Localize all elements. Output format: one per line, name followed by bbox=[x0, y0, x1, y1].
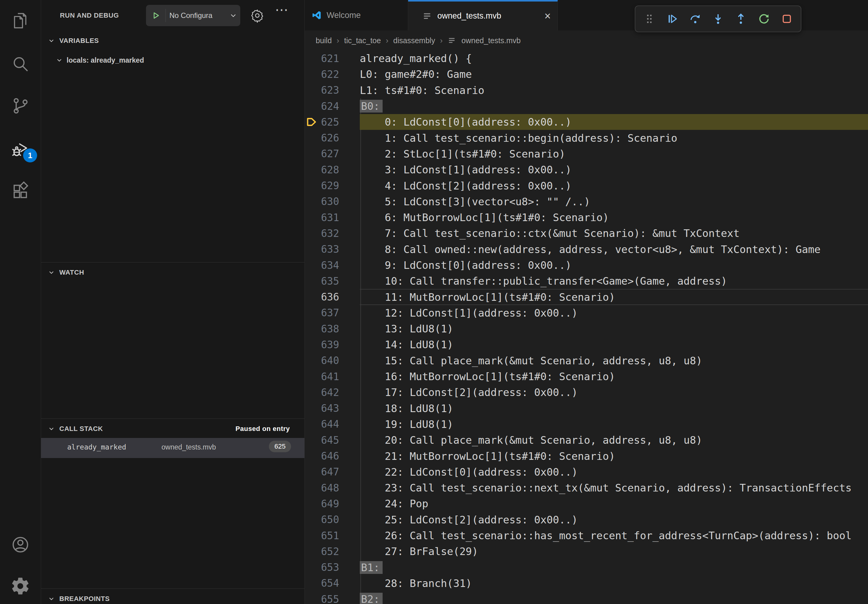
code-line[interactable]: 64116: MutBorrowLoc[1](ts#1#0: Scenario) bbox=[305, 369, 868, 384]
line-content: 26: Call test_scenario::has_most_recent_… bbox=[360, 528, 868, 544]
variables-locals-scope[interactable]: locals: already_marked bbox=[41, 51, 304, 70]
line-number: 646 bbox=[305, 450, 339, 462]
tab-label: owned_tests.mvb bbox=[437, 11, 501, 21]
code-line[interactable]: 64722: LdConst[0](address: 0x00..) bbox=[305, 464, 868, 480]
code-line[interactable]: 64419: LdU8(1) bbox=[305, 417, 868, 432]
call-stack-section-header[interactable]: CALL STACK Paused on entry bbox=[41, 419, 304, 438]
code-editor[interactable]: 621already_marked() {622L0: game#2#0: Ga… bbox=[305, 51, 868, 604]
code-line[interactable]: 621already_marked() { bbox=[305, 51, 868, 66]
breadcrumb-item[interactable]: disassembly bbox=[393, 36, 435, 45]
breadcrumb-item[interactable]: build bbox=[316, 36, 332, 45]
code-text: 4: LdConst[2](address: 0x00..) bbox=[360, 180, 572, 192]
code-line[interactable]: 623L1: ts#1#0: Scenario bbox=[305, 82, 868, 98]
code-line[interactable]: 64318: LdU8(1) bbox=[305, 401, 868, 417]
code-line[interactable]: 63813: LdU8(1) bbox=[305, 321, 868, 337]
code-line[interactable]: 64520: Call place_mark(&mut Scenario, ad… bbox=[305, 432, 868, 448]
code-text: 0: LdConst[0](address: 0x00..) bbox=[360, 116, 572, 128]
line-content: 23: Call test_scenario::next_tx(&mut Sce… bbox=[360, 480, 868, 496]
code-text: L1: ts#1#0: Scenario bbox=[360, 84, 484, 96]
code-line[interactable]: 64924: Pop bbox=[305, 496, 868, 511]
variables-section-header[interactable]: VARIABLES bbox=[41, 31, 304, 51]
code-line[interactable]: 64217: LdConst[2](address: 0x00..) bbox=[305, 384, 868, 400]
launch-configuration-dropdown[interactable]: No Configura bbox=[146, 5, 240, 26]
code-line[interactable]: 6272: StLoc[1](ts#1#0: Scenario) bbox=[305, 146, 868, 162]
code-line[interactable]: 64015: Call place_mark(&mut Scenario, ad… bbox=[305, 353, 868, 369]
code-line[interactable]: 622L0: game#2#0: Game bbox=[305, 66, 868, 82]
code-line[interactable]: 65025: LdConst[2](address: 0x00..) bbox=[305, 512, 868, 528]
line-content: 18: LdU8(1) bbox=[360, 401, 868, 417]
activity-bar: 1 bbox=[0, 0, 41, 604]
code-line[interactable]: 6349: LdConst[0](address: 0x00..) bbox=[305, 257, 868, 273]
code-line[interactable]: 6327: Call test_scenario::ctx(&mut Scena… bbox=[305, 225, 868, 241]
code-line[interactable]: 655B2: bbox=[305, 591, 868, 604]
code-text: 13: LdU8(1) bbox=[360, 323, 453, 335]
line-number: 622 bbox=[305, 68, 339, 80]
step-out-button[interactable] bbox=[731, 8, 750, 30]
chevron-down-icon bbox=[229, 11, 240, 20]
code-text: 24: Pop bbox=[360, 497, 428, 510]
code-text: 7: Call test_scenario::ctx(&mut Scenario… bbox=[360, 227, 740, 239]
code-text: 28: Branch(31) bbox=[360, 577, 472, 589]
activity-item-run-and-debug[interactable]: 1 bbox=[0, 132, 41, 166]
start-debugging-icon[interactable] bbox=[146, 10, 166, 21]
code-line[interactable]: 653B1: bbox=[305, 560, 868, 575]
more-actions-icon[interactable]: ⋯ bbox=[275, 2, 289, 17]
code-line[interactable]: 6316: MutBorrowLoc[1](ts#1#0: Scenario) bbox=[305, 209, 868, 225]
code-line[interactable]: 65126: Call test_scenario::has_most_rece… bbox=[305, 528, 868, 544]
code-line[interactable]: 64823: Call test_scenario::next_tx(&mut … bbox=[305, 480, 868, 496]
code-line[interactable]: 6338: Call owned::new(address, address, … bbox=[305, 242, 868, 257]
code-line[interactable]: 63712: LdConst[1](address: 0x00..) bbox=[305, 305, 868, 321]
close-icon[interactable]: × bbox=[544, 11, 551, 22]
line-number: 637 bbox=[305, 307, 339, 319]
line-content: 24: Pop bbox=[360, 496, 868, 511]
activity-item-search[interactable] bbox=[0, 47, 41, 81]
breakpoints-section-header[interactable]: BREAKPOINTS bbox=[41, 589, 304, 604]
toolbar-drag-handle[interactable] bbox=[640, 8, 659, 30]
line-content: 6: MutBorrowLoc[1](ts#1#0: Scenario) bbox=[360, 209, 868, 225]
activity-item-source-control[interactable] bbox=[0, 89, 41, 123]
code-line[interactable]: 65428: Branch(31) bbox=[305, 575, 868, 591]
step-into-button[interactable] bbox=[708, 8, 728, 30]
file-text-icon bbox=[447, 36, 457, 45]
call-stack-frame-row[interactable]: already_marked owned_tests.mvb 625 bbox=[41, 438, 304, 458]
stack-frame-file: owned_tests.mvb bbox=[161, 443, 216, 451]
restart-button[interactable] bbox=[754, 8, 774, 30]
activity-item-account[interactable] bbox=[0, 528, 41, 562]
block-label: B1: bbox=[360, 561, 383, 574]
code-line[interactable]: 63914: LdU8(1) bbox=[305, 337, 868, 353]
activity-item-explorer[interactable] bbox=[0, 4, 41, 38]
code-line[interactable]: 6305: LdConst[3](vector<u8>: "" /..) bbox=[305, 194, 868, 209]
account-icon bbox=[10, 535, 30, 555]
code-line[interactable]: 6261: Call test_scenario::begin(address)… bbox=[305, 130, 868, 146]
code-line[interactable]: 6250: LdConst[0](address: 0x00..) bbox=[305, 114, 868, 130]
breadcrumb-separator: › bbox=[440, 36, 443, 45]
breadcrumb-file[interactable]: owned_tests.mvb bbox=[461, 36, 521, 45]
code-line[interactable]: 624B0: bbox=[305, 98, 868, 114]
code-lines: 621already_marked() {622L0: game#2#0: Ga… bbox=[305, 51, 868, 604]
breadcrumb-item[interactable]: tic_tac_toe bbox=[344, 36, 381, 45]
code-line[interactable]: 63611: MutBorrowLoc[1](ts#1#0: Scenario) bbox=[305, 289, 868, 305]
code-line[interactable]: 6283: LdConst[1](address: 0x00..) bbox=[305, 162, 868, 178]
code-line[interactable]: 63510: Call transfer::public_transfer<Ga… bbox=[305, 273, 868, 289]
tab-welcome[interactable]: Welcome bbox=[305, 0, 408, 30]
line-content: B1: bbox=[360, 560, 868, 575]
line-number: 651 bbox=[305, 530, 339, 542]
stop-button[interactable] bbox=[777, 8, 797, 30]
line-content: 0: LdConst[0](address: 0x00..) bbox=[360, 114, 868, 130]
code-line[interactable]: 6294: LdConst[2](address: 0x00..) bbox=[305, 178, 868, 194]
debug-settings-gear-icon[interactable] bbox=[250, 8, 265, 23]
code-text: 10: Call transfer::public_transfer<Game>… bbox=[360, 275, 727, 287]
activity-item-settings[interactable] bbox=[0, 569, 41, 603]
code-line[interactable]: 64621: MutBorrowLoc[1](ts#1#0: Scenario) bbox=[305, 448, 868, 464]
tab-owned-tests[interactable]: owned_tests.mvb × bbox=[408, 0, 558, 30]
code-line[interactable]: 65227: BrFalse(29) bbox=[305, 544, 868, 559]
continue-button[interactable] bbox=[662, 8, 682, 30]
step-over-button[interactable] bbox=[685, 8, 705, 30]
line-number: 631 bbox=[305, 212, 339, 223]
watch-section-header[interactable]: WATCH bbox=[41, 263, 304, 282]
activity-item-extensions[interactable] bbox=[0, 174, 41, 208]
line-number: 623 bbox=[305, 84, 339, 96]
line-number: 642 bbox=[305, 387, 339, 398]
code-text: 27: BrFalse(29) bbox=[360, 545, 478, 558]
line-number: 624 bbox=[305, 101, 339, 112]
